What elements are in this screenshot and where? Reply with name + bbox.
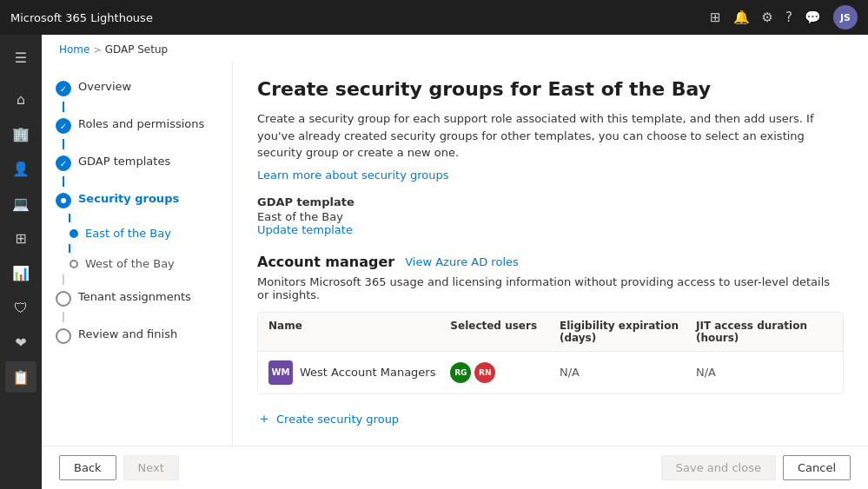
security-icon[interactable]: 🛡 — [5, 292, 36, 323]
sub-step-east-label: East of the Bay — [85, 227, 171, 240]
topbar-title: Microsoft 365 Lighthouse — [10, 11, 153, 24]
col-eligibility: Eligibility expiration (days) — [560, 320, 696, 344]
account-manager-table: Name Selected users Eligibility expirati… — [257, 312, 844, 394]
svg-point-0 — [61, 198, 66, 203]
content-area: Home > GDAP Setup ✓ Overview ✓ Roles and… — [42, 35, 868, 489]
step-line-1 — [63, 102, 64, 112]
sub-step-west-label: West of the Bay — [85, 257, 175, 270]
avatar[interactable]: JS — [833, 5, 858, 30]
sub-step-west[interactable]: West of the Bay — [42, 253, 232, 274]
user-avatar-rn: RN — [474, 362, 495, 383]
topbar-icons: ⊞ 🔔 ⚙ ? 💬 JS — [710, 5, 858, 30]
step-gdap[interactable]: ✓ GDAP templates — [42, 149, 232, 176]
bell-icon[interactable]: 🔔 — [733, 10, 750, 25]
page-title: Create security groups for East of the B… — [257, 78, 844, 100]
step-line-gray-2 — [63, 312, 64, 322]
breadcrumb: Home > GDAP Setup — [42, 35, 868, 61]
account-manager-title: Account manager — [257, 254, 394, 270]
group-avatar: WM — [268, 360, 293, 385]
step-review[interactable]: Review and finish — [42, 322, 232, 349]
gdap-template-value: East of the Bay — [257, 210, 844, 223]
user-avatar-rg: RG — [450, 362, 471, 383]
topbar: Microsoft 365 Lighthouse ⊞ 🔔 ⚙ ? 💬 JS — [0, 0, 868, 35]
reports-icon[interactable]: 📊 — [5, 257, 36, 288]
step-line-2 — [63, 139, 64, 149]
group-name-cell: WM West Account Managers — [268, 360, 450, 385]
breadcrumb-home[interactable]: Home — [59, 43, 89, 56]
sub-step-west-dot — [70, 260, 78, 268]
eligibility-value: N/A — [560, 366, 696, 379]
compliance-icon[interactable]: ❤ — [5, 327, 36, 358]
step-tenant-indicator — [56, 291, 71, 307]
step-roles-label: Roles and permissions — [78, 117, 204, 130]
gdap-template-section: GDAP template East of the Bay Update tem… — [257, 195, 844, 236]
user-avatars: RG RN — [450, 362, 560, 383]
gear-icon[interactable]: ⚙ — [762, 10, 773, 25]
step-review-indicator — [56, 328, 71, 344]
table-row: WM West Account Managers RG RN N/A N/A — [258, 352, 843, 393]
footer: Back Next Save and close Cancel — [42, 446, 868, 489]
account-manager-desc: Monitors Microsoft 365 usage and licensi… — [257, 275, 844, 301]
sub-step-east-dot — [70, 229, 78, 238]
step-overview-label: Overview — [78, 80, 131, 93]
steps-panel: ✓ Overview ✓ Roles and permissions ✓ GDA… — [42, 61, 233, 446]
col-users: Selected users — [450, 320, 560, 344]
save-close-button[interactable]: Save and close — [661, 455, 776, 480]
add-icon: ＋ — [257, 410, 271, 428]
hamburger-icon[interactable]: ☰ — [5, 42, 36, 73]
main-layout: ☰ ⌂ 🏢 👤 💻 ⊞ 📊 🛡 ❤ 📋 Home > GDAP Setup ✓ … — [0, 35, 868, 489]
step-review-label: Review and finish — [78, 327, 177, 340]
gdap-template-label: GDAP template — [257, 195, 844, 208]
step-overview-indicator: ✓ — [56, 81, 71, 96]
footer-right: Save and close Cancel — [661, 455, 851, 480]
account-manager-view-link[interactable]: View Azure AD roles — [405, 255, 519, 268]
col-name: Name — [268, 320, 450, 344]
update-template-link[interactable]: Update template — [257, 223, 353, 236]
step-security-groups[interactable]: Security groups — [42, 187, 232, 214]
devices-icon[interactable]: 💻 — [5, 188, 36, 219]
step-roles[interactable]: ✓ Roles and permissions — [42, 112, 232, 139]
account-manager-header: Account manager View Azure AD roles — [257, 254, 844, 270]
learn-more-link[interactable]: Learn more about security groups — [257, 169, 448, 182]
step-line-3 — [63, 176, 64, 187]
page-content: Create security groups for East of the B… — [233, 61, 868, 446]
cancel-button[interactable]: Cancel — [783, 455, 851, 480]
step-gdap-label: GDAP templates — [78, 155, 170, 168]
users-icon[interactable]: 👤 — [5, 153, 36, 184]
apps-icon[interactable]: ⊞ — [5, 222, 36, 254]
settings-icon[interactable]: 📋 — [5, 361, 36, 393]
step-overview[interactable]: ✓ Overview — [42, 75, 232, 102]
table-header: Name Selected users Eligibility expirati… — [258, 313, 843, 352]
home-icon[interactable]: ⌂ — [5, 83, 36, 115]
inner-layout: ✓ Overview ✓ Roles and permissions ✓ GDA… — [42, 61, 868, 446]
page-description: Create a security group for each support… — [257, 110, 844, 162]
tenants-icon[interactable]: 🏢 — [5, 118, 36, 149]
back-button[interactable]: Back — [59, 455, 116, 480]
breadcrumb-current: GDAP Setup — [105, 43, 169, 56]
next-button[interactable]: Next — [123, 455, 179, 480]
col-jit: JIT access duration (hours) — [696, 320, 832, 344]
grid-icon[interactable]: ⊞ — [710, 10, 721, 25]
footer-left: Back Next — [59, 455, 179, 480]
step-line-gray-1 — [63, 274, 64, 285]
sub-step-line-east — [63, 214, 232, 222]
step-tenant-label: Tenant assignments — [78, 290, 191, 303]
add-security-group-label: Create security group — [276, 413, 399, 426]
sub-step-line-west — [63, 244, 232, 253]
sub-step-east[interactable]: East of the Bay — [42, 222, 232, 244]
step-roles-indicator: ✓ — [56, 118, 71, 134]
icon-nav: ☰ ⌂ 🏢 👤 💻 ⊞ 📊 🛡 ❤ 📋 — [0, 35, 42, 489]
feedback-icon[interactable]: 💬 — [805, 10, 821, 25]
step-security-groups-indicator — [56, 193, 71, 208]
step-tenant[interactable]: Tenant assignments — [42, 285, 232, 312]
add-security-group-button[interactable]: ＋ Create security group — [257, 405, 844, 433]
group-name: West Account Managers — [300, 366, 435, 379]
step-gdap-indicator: ✓ — [56, 155, 71, 171]
jit-value: N/A — [696, 366, 832, 379]
breadcrumb-separator: > — [93, 44, 101, 56]
question-icon[interactable]: ? — [785, 10, 792, 25]
topbar-left: Microsoft 365 Lighthouse — [10, 11, 153, 24]
step-security-groups-label: Security groups — [78, 192, 179, 205]
